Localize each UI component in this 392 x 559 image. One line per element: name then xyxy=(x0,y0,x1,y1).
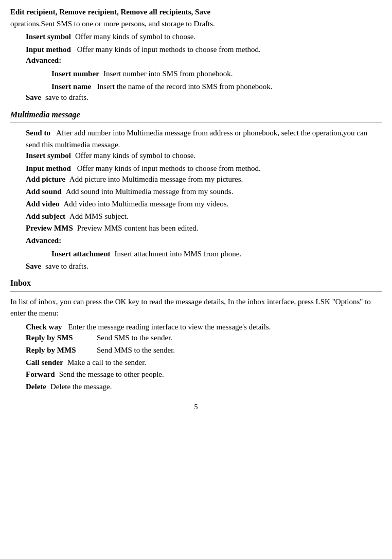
insert-attachment-item: Insert attachment Insert attachment into… xyxy=(51,249,382,260)
mm-input-method-item: Input method Offer many kinds of input m… xyxy=(26,163,382,174)
insert-name-def: Insert the name of the record into SMS f… xyxy=(97,82,273,91)
reply-mms-def: Send MMS to the sender. xyxy=(97,345,382,356)
add-sound-term: Add sound xyxy=(26,186,62,198)
insert-number-item: Insert number Insert number into SMS fro… xyxy=(51,68,382,80)
page-number: 5 xyxy=(10,403,382,411)
inbox-items: Check way Enter the message reading inte… xyxy=(26,321,382,393)
send-to-item: Send to After add number into Multimedia… xyxy=(26,127,382,150)
advanced-items: Insert number Insert number into SMS fro… xyxy=(51,68,382,92)
send-to-term: Send to xyxy=(26,129,50,137)
insert-name-term: Insert name xyxy=(51,82,91,91)
mm-insert-symbol-def: Offer many kinds of symbol to choose. xyxy=(75,150,382,162)
insert-symbol-def: Offer many kinds of symbol to choose. xyxy=(75,31,382,43)
call-sender-item: Call sender Make a call to the sender. xyxy=(26,357,382,369)
delete-item: Delete Delete the message. xyxy=(26,381,382,393)
input-method-def: Offer many kinds of input methods to cho… xyxy=(77,45,261,54)
insert-symbol-term: Insert symbol xyxy=(26,31,71,43)
preview-mms-item: Preview MMS Preview MMS content has been… xyxy=(26,223,382,234)
add-video-term: Add video xyxy=(26,199,59,210)
forward-term: Forward xyxy=(26,369,55,380)
inbox-intro: In list of inbox, you can press the OK k… xyxy=(10,296,382,319)
add-video-item: Add video Add video into Multimedia mess… xyxy=(26,199,382,210)
multimedia-section: Multimedia message Send to After add num… xyxy=(10,109,382,272)
add-subject-item: Add subject Add MMS subject. xyxy=(26,211,382,222)
mm-insert-symbol-item: Insert symbol Offer many kinds of symbol… xyxy=(26,150,382,162)
insert-number-def: Insert number into SMS from phonebook. xyxy=(103,68,382,80)
reply-mms-term: Reply by MMS xyxy=(26,345,93,356)
check-way-item: Check way Enter the message reading inte… xyxy=(26,321,382,333)
forward-def: Send the message to other people. xyxy=(59,369,382,380)
insert-attachment-def: Insert attachment into MMS from phone. xyxy=(115,249,382,260)
intro-paragraph: Edit recipient, Remove recipient, Remove… xyxy=(10,6,382,29)
mm-advanced-label: Advanced: xyxy=(26,235,382,247)
add-subject-term: Add subject xyxy=(26,211,65,222)
add-video-def: Add video into Multimedia message from m… xyxy=(63,199,382,210)
preview-mms-term: Preview MMS xyxy=(26,223,73,234)
multimedia-content: Send to After add number into Multimedia… xyxy=(26,127,382,272)
reply-sms-def: Send SMS to the sender. xyxy=(97,333,382,344)
add-sound-def: Add sound into Multimedia message from m… xyxy=(66,186,382,198)
reply-mms-item: Reply by MMS Send MMS to the sender. xyxy=(26,345,382,356)
inbox-header: Inbox xyxy=(10,277,382,289)
sms-items: Insert symbol Offer many kinds of symbol… xyxy=(26,31,382,55)
advanced-label: Advanced: xyxy=(26,55,382,66)
check-way-term: Check way xyxy=(26,323,62,331)
sms-save-item: Save save to drafts. xyxy=(26,92,382,103)
mm-advanced-items: Insert attachment Insert attachment into… xyxy=(51,249,382,260)
intro-text: Edit recipient, Remove recipient, Remove… xyxy=(10,6,382,29)
input-method-item: Input method Offer many kinds of input m… xyxy=(26,44,382,56)
mm-save-def: save to drafts. xyxy=(45,261,382,272)
forward-item: Forward Send the message to other people… xyxy=(26,369,382,380)
call-sender-def: Make a call to the sender. xyxy=(67,357,382,369)
add-picture-term: Add picture xyxy=(26,174,65,185)
insert-attachment-term: Insert attachment xyxy=(51,249,111,260)
advanced-section: Advanced: Insert number Insert number in… xyxy=(26,55,382,92)
add-sound-item: Add sound Add sound into Multimedia mess… xyxy=(26,186,382,198)
mm-save-term: Save xyxy=(26,261,41,272)
preview-mms-def: Preview MMS content has been edited. xyxy=(77,223,382,234)
call-sender-term: Call sender xyxy=(26,357,63,369)
inbox-divider xyxy=(10,291,382,292)
delete-term: Delete xyxy=(26,381,46,393)
insert-symbol-item: Insert symbol Offer many kinds of symbol… xyxy=(26,31,382,43)
insert-number-term: Insert number xyxy=(51,68,99,80)
add-subject-def: Add MMS subject. xyxy=(69,211,382,222)
mm-save-item: Save save to drafts. xyxy=(26,261,382,272)
reply-sms-item: Reply by SMS Send SMS to the sender. xyxy=(26,333,382,344)
send-to-def: After add number into Multimedia message… xyxy=(26,129,367,149)
delete-def: Delete the message. xyxy=(50,381,382,393)
insert-name-item: Insert name Insert the name of the recor… xyxy=(51,81,382,93)
sms-save: Save save to drafts. xyxy=(26,92,382,103)
input-method-term: Input method xyxy=(26,45,71,54)
sms-save-def: save to drafts. xyxy=(45,92,382,103)
mm-input-method-def: Offer many kinds of input methods to cho… xyxy=(77,164,261,172)
mm-insert-symbol-term: Insert symbol xyxy=(26,150,71,162)
multimedia-header: Multimedia message xyxy=(10,109,382,120)
mm-input-method-term: Input method xyxy=(26,164,71,172)
add-picture-item: Add picture Add picture into Multimedia … xyxy=(26,174,382,185)
check-way-def: Enter the message reading interface to v… xyxy=(68,323,271,331)
multimedia-divider xyxy=(10,123,382,123)
inbox-section: Inbox In list of inbox, you can press th… xyxy=(10,277,382,392)
inbox-content: In list of inbox, you can press the OK k… xyxy=(10,296,382,393)
add-picture-def: Add picture into Multimedia message from… xyxy=(69,174,382,185)
sms-save-term: Save xyxy=(26,92,41,103)
reply-sms-term: Reply by SMS xyxy=(26,333,93,344)
